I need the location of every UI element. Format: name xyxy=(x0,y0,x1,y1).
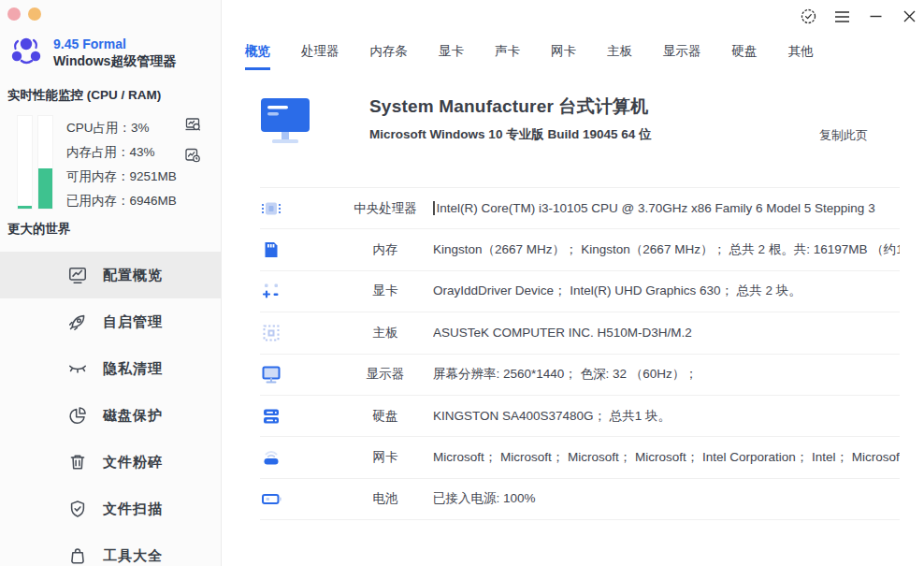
computer-monitor-icon xyxy=(259,94,311,146)
copy-page-button[interactable]: 复制此页 xyxy=(819,127,868,144)
sidebar-item-toolbox[interactable]: 工具大全 xyxy=(0,532,222,566)
decor-dots xyxy=(7,7,41,21)
shield-check-icon xyxy=(67,499,88,519)
battery-icon xyxy=(260,487,282,510)
perf-section-title: 实时性能监控 (CPU / RAM) xyxy=(7,87,161,104)
harddisk-icon xyxy=(260,405,282,428)
orange-dot-icon xyxy=(28,7,41,21)
sidebar-item-file-scan[interactable]: 文件扫描 xyxy=(0,486,222,532)
os-version: Microsoft Windows 10 专业版 Build 19045 64 … xyxy=(369,126,651,143)
motherboard-icon xyxy=(260,322,282,344)
table-row-display: 显示器 屏幕分辨率: 2560*1440； 色深: 32 （60Hz）； xyxy=(260,355,900,396)
world-section-title: 更大的世界 xyxy=(7,221,71,238)
perf-stats: CPU占用：3% 内存占用：43% 可用内存：9251MB 已用内存：6946M… xyxy=(66,116,177,213)
sidebar-item-file-shredder[interactable]: 文件粉碎 xyxy=(0,439,222,486)
ram-usage-bar-fill xyxy=(38,168,52,209)
screen-monitor-icon[interactable] xyxy=(183,115,202,134)
table-row-network: 网卡 Microsoft； Microsoft； Microsoft； Micr… xyxy=(260,437,900,478)
ram-usage-stat: 内存占用：43% xyxy=(66,140,177,165)
tab-motherboard[interactable]: 主板 xyxy=(607,43,632,70)
hardware-tabs: 概览 处理器 内存条 显卡 声卡 网卡 主板 显示器 硬盘 其他 xyxy=(245,43,814,70)
app-logo-icon xyxy=(9,35,45,70)
network-icon xyxy=(260,446,282,469)
close-icon[interactable] xyxy=(901,7,918,25)
cpu-icon xyxy=(260,197,282,220)
app-logo-block: 9.45 Formal Windows超级管理器 xyxy=(9,35,176,70)
menu-icon[interactable] xyxy=(833,7,851,25)
trash-icon xyxy=(67,452,88,472)
ram-usage-bar xyxy=(37,115,53,210)
monitor-chart-icon xyxy=(67,265,88,285)
app-version: 9.45 Formal xyxy=(53,36,176,52)
cpu-usage-stat: CPU占用：3% xyxy=(66,116,177,140)
closed-eye-icon xyxy=(67,358,88,379)
table-row-harddisk: 硬盘 KINGSTON SA400S37480G； 总共1 块。 xyxy=(260,396,900,437)
rocket-icon xyxy=(67,312,88,332)
sidebar-item-privacy-clean[interactable]: 隐私清理 xyxy=(0,345,222,392)
window-controls xyxy=(800,7,918,25)
memory-icon xyxy=(260,239,282,261)
app-name: Windows超级管理器 xyxy=(53,52,176,69)
table-row-cpu: 中央处理器 Intel(R) Core(TM) i3-10105 CPU @ 3… xyxy=(260,188,900,229)
table-row-memory: 内存 Kingston（2667 MHz）； Kingston（2667 MHz… xyxy=(260,229,900,270)
tab-other[interactable]: 其他 xyxy=(788,43,814,70)
tab-display[interactable]: 显示器 xyxy=(663,43,701,70)
minimize-icon[interactable] xyxy=(867,7,885,25)
used-memory-stat: 已用内存：6946MB xyxy=(66,189,177,213)
tab-soundcard[interactable]: 声卡 xyxy=(495,43,520,70)
cpu-usage-bar xyxy=(17,115,33,210)
pink-dot-icon xyxy=(7,7,21,21)
tab-processor[interactable]: 处理器 xyxy=(301,43,339,70)
table-row-motherboard: 主板 ASUSTeK COMPUTER INC. H510M-D3H/M.2 xyxy=(260,312,900,354)
free-memory-stat: 可用内存：9251MB xyxy=(66,165,177,189)
hardware-table: 中央处理器 Intel(R) Core(TM) i3-10105 CPU @ 3… xyxy=(260,187,900,520)
tab-network[interactable]: 网卡 xyxy=(551,43,576,70)
sidebar-item-disk-protect[interactable]: 磁盘保护 xyxy=(0,392,222,439)
sidebar-item-startup-manager[interactable]: 自启管理 xyxy=(0,298,222,345)
pie-chart-icon xyxy=(67,405,88,426)
cpu-usage-bar-fill xyxy=(18,206,32,209)
tab-memory[interactable]: 内存条 xyxy=(370,43,409,70)
gpu-icon xyxy=(260,280,282,302)
verified-badge-icon[interactable] xyxy=(800,7,817,25)
table-row-gpu: 显卡 OrayIddDriver Device； Intel(R) UHD Gr… xyxy=(260,271,900,312)
chart-history-icon[interactable] xyxy=(183,146,202,165)
system-title: System Manufacturer 台式计算机 xyxy=(369,94,651,119)
tab-gpu[interactable]: 显卡 xyxy=(439,43,464,70)
display-icon xyxy=(260,363,282,385)
sidebar-menu: 配置概览 自启管理 隐私清理 磁盘保护 xyxy=(0,252,222,566)
tab-overview[interactable]: 概览 xyxy=(245,43,270,70)
sidebar: 9.45 Formal Windows超级管理器 实时性能监控 (CPU / R… xyxy=(0,0,222,566)
text-caret xyxy=(433,201,435,215)
tab-harddisk[interactable]: 硬盘 xyxy=(732,43,758,70)
main-panel: 概览 处理器 内存条 显卡 声卡 网卡 主板 显示器 硬盘 其他 System … xyxy=(222,0,924,566)
toolbox-bag-icon xyxy=(67,545,88,566)
sidebar-item-config-overview[interactable]: 配置概览 xyxy=(0,252,222,298)
system-header: System Manufacturer 台式计算机 Microsoft Wind… xyxy=(259,93,900,149)
table-row-battery: 电池 已接入电源: 100% xyxy=(260,479,900,520)
